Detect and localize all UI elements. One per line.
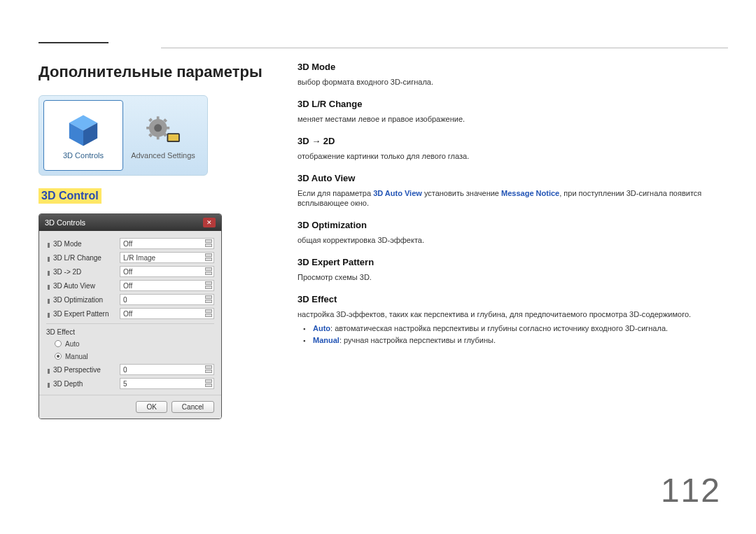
banner-label-3d: 3D Controls [63, 151, 104, 160]
p-auto-view: Если для параметра 3D Auto View установи… [298, 188, 728, 209]
page-number: 112 [661, 471, 721, 510]
dialog-title-text: 3D Controls [45, 218, 85, 227]
svg-rect-8 [166, 127, 170, 129]
h-3d-effect: 3D Effect [298, 294, 728, 304]
dialog-3d-controls: 3D Controls ✕ 3D Mode Off 3D L/R Change … [38, 213, 222, 419]
label-3d-2d: 3D -> 2D [46, 268, 120, 276]
bullet-auto: Auto: автоматическая настройка перспекти… [313, 323, 728, 335]
p-3d-mode: выбор формата входного 3D-сигнала. [298, 77, 728, 87]
h-3d-mode: 3D Mode [298, 62, 728, 72]
link-auto-view: 3D Auto View [373, 189, 422, 197]
svg-rect-14 [168, 134, 178, 141]
label-depth: 3D Depth [46, 380, 120, 388]
row-lr-change: 3D L/R Change L/R Image [46, 251, 214, 265]
link-message-notice: Message Notice [501, 189, 559, 197]
label-lr-change: 3D L/R Change [46, 254, 120, 262]
svg-rect-6 [157, 136, 160, 140]
row-auto-view: 3D Auto View Off [46, 279, 214, 293]
svg-point-4 [154, 124, 162, 132]
select-3d-mode[interactable]: Off [120, 238, 214, 249]
label-optimization: 3D Optimization [46, 296, 120, 304]
label-expert-pattern: 3D Expert Pattern [46, 310, 120, 318]
gear-icon [142, 111, 184, 150]
banner-item-advanced[interactable]: Advanced Settings [123, 100, 203, 171]
select-lr-change[interactable]: L/R Image [120, 252, 214, 263]
close-icon[interactable]: ✕ [203, 218, 216, 227]
h-3d-2d: 3D → 2D [298, 136, 728, 146]
row-optimization: 3D Optimization 0 [46, 293, 214, 307]
radio-manual[interactable]: Manual [46, 350, 214, 363]
stepper-depth[interactable]: 5 [120, 378, 214, 389]
h-auto-view: 3D Auto View [298, 173, 728, 183]
row-3d-mode: 3D Mode Off [46, 237, 214, 251]
select-expert-pattern[interactable]: Off [120, 308, 214, 319]
select-3d-2d[interactable]: Off [120, 266, 214, 277]
p-lr-change: меняет местами левое и правое изображени… [298, 114, 728, 125]
group-3d-effect: 3D Effect [46, 323, 214, 337]
cube-3d-icon [62, 111, 104, 150]
subsection-title: 3D Control [38, 188, 102, 204]
h-optimization: 3D Optimization [298, 220, 728, 230]
label-auto-view: 3D Auto View [46, 282, 120, 290]
stepper-optimization[interactable]: 0 [120, 294, 214, 305]
h-expert-pattern: 3D Expert Pattern [298, 257, 728, 267]
stepper-perspective[interactable]: 0 [120, 364, 214, 375]
row-perspective: 3D Perspective 0 [46, 363, 214, 377]
p-expert-pattern: Просмотр схемы 3D. [298, 272, 728, 283]
label-3d-mode: 3D Mode [46, 240, 120, 248]
row-3d-2d: 3D -> 2D Off [46, 265, 214, 279]
radio-auto[interactable]: Auto [46, 337, 214, 350]
header-rule [38, 42, 108, 43]
header-hairline [161, 48, 728, 48]
dialog-titlebar: 3D Controls ✕ [39, 214, 221, 231]
settings-banner: 3D Controls [38, 95, 208, 176]
row-expert-pattern: 3D Expert Pattern Off [46, 307, 214, 321]
bullet-manual: Manual: ручная настройка перспективы и г… [313, 335, 728, 347]
p-optimization: общая корректировка 3D-эффекта. [298, 235, 728, 246]
section-title: Дополнительные параметры [38, 63, 276, 81]
banner-item-3d-controls[interactable]: 3D Controls [43, 100, 123, 171]
label-perspective: 3D Perspective [46, 366, 120, 374]
svg-rect-7 [146, 127, 150, 129]
p-3d-2d: отображение картинки только для левого г… [298, 151, 728, 162]
select-auto-view[interactable]: Off [120, 280, 214, 291]
cancel-button[interactable]: Cancel [172, 401, 214, 413]
p-3d-effect: настройка 3D-эффектов, таких как перспек… [298, 309, 728, 320]
h-lr-change: 3D L/R Change [298, 99, 728, 109]
svg-rect-5 [157, 116, 160, 120]
banner-label-adv: Advanced Settings [131, 151, 195, 160]
ok-button[interactable]: OK [136, 401, 167, 413]
row-depth: 3D Depth 5 [46, 377, 214, 391]
